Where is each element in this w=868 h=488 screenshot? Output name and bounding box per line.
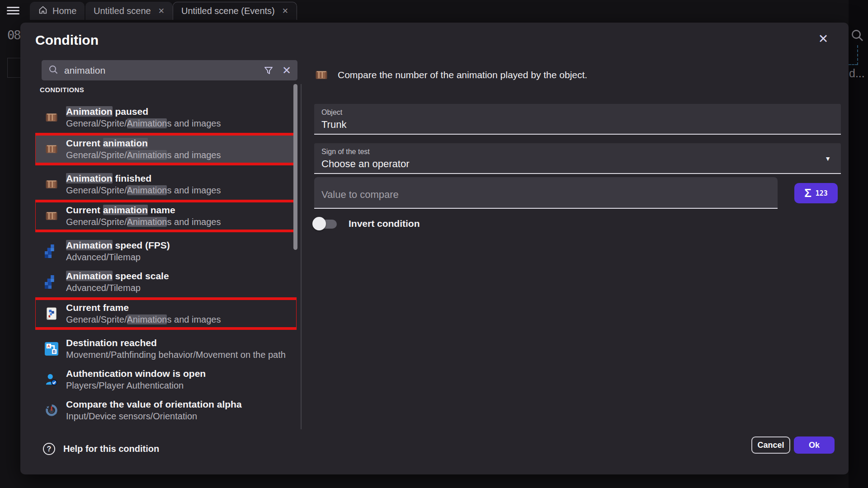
dialog-title: Condition [35,33,99,48]
clear-search-icon[interactable]: ✕ [282,64,291,77]
tilemap-icon [44,244,59,258]
tab-label: Untitled scene [94,6,151,16]
sprite-animation-icon [44,209,59,223]
condition-item-path: General/Sprite/Animations and images [66,117,221,130]
condition-item-text: Animation pausedGeneral/Sprite/Animation… [66,105,221,130]
tab-label: Home [52,6,76,16]
player-auth-icon [44,372,59,387]
value-placeholder: Value to compare [321,189,399,201]
search-icon[interactable] [850,28,864,44]
condition-item-title: Current frame [66,301,221,314]
condition-item-title: Animation finished [66,172,221,184]
close-tab-icon[interactable]: ✕ [158,6,165,16]
condition-item-path: General/Sprite/Animations and images [66,184,221,197]
list-scrollbar[interactable] [293,84,297,250]
invert-toggle[interactable] [313,216,337,231]
right-edge-strip: d... [849,0,868,488]
condition-item-title: Destination reached [66,337,286,349]
condition-item-path: General/Sprite/Animations and images [66,314,221,326]
condition-item-path: General/Sprite/Animations and images [66,149,221,161]
sigma-icon: Σ [804,186,811,200]
condition-item[interactable]: Current animationGeneral/Sprite/Animatio… [35,135,297,163]
condition-item[interactable]: Compare the value of orientation alphaIn… [35,396,297,424]
condition-item[interactable]: Authentication window is openPlayers/Pla… [35,366,297,394]
tab-bar: Home Untitled scene ✕ Untitled scene (Ev… [0,0,868,20]
condition-item-title: Animation speed (FPS) [66,239,170,251]
menu-icon[interactable] [7,7,19,15]
selection-dash-vertical [857,45,858,65]
condition-item[interactable]: Current frameGeneral/Sprite/Animations a… [35,300,297,328]
invert-condition-label: Invert condition [349,218,420,229]
dialog-close-icon[interactable]: ✕ [815,31,831,47]
condition-item-path: Movement/Pathfinding behavior/Movement o… [66,349,286,361]
truncated-text: d... [849,67,865,80]
orientation-icon [44,403,59,418]
condition-item[interactable]: Current animation nameGeneral/Sprite/Ani… [35,202,297,230]
condition-item-text: Animation finishedGeneral/Sprite/Animati… [66,172,221,197]
condition-item-text: Current animation nameGeneral/Sprite/Ani… [66,204,221,228]
condition-description: Compare the number of the animation play… [338,70,587,80]
sprite-animation-icon [44,177,59,192]
magnifier-icon [48,64,59,77]
help-link[interactable]: ? Help for this condition [43,443,159,455]
condition-item-path: Advanced/Tilemap [66,282,169,294]
objects-panel-icon: 08 [7,28,20,42]
condition-dialog: Condition ✕ animation ✕ CONDITIONS Anima… [20,23,849,474]
condition-item[interactable]: Animation speed scaleAdvanced/Tilemap [35,268,297,296]
sprite-animation-icon [44,142,59,156]
toggle-thumb [312,217,326,230]
selection-dash-horizontal [849,64,858,65]
sprite-animation-icon [314,68,329,82]
condition-item-path: Input/Device sensors/Orientation [66,410,242,422]
close-tab-icon[interactable]: ✕ [282,6,288,16]
condition-item[interactable]: Animation pausedGeneral/Sprite/Animation… [35,103,297,131]
expression-editor-button[interactable]: Σ 123 [794,183,838,203]
tab-untitled-scene[interactable]: Untitled scene ✕ [85,2,173,20]
condition-item[interactable]: Animation finishedGeneral/Sprite/Animati… [35,170,297,198]
ok-button[interactable]: Ok [794,436,835,454]
help-label: Help for this condition [63,444,159,454]
condition-rows: Animation pausedGeneral/Sprite/Animation… [35,103,297,424]
condition-description-row: Compare the number of the animation play… [314,68,587,82]
condition-item-title: Authentication window is open [66,367,206,380]
search-input[interactable]: animation ✕ [42,60,297,80]
object-field-value: Trunk [321,119,834,131]
condition-item-path: General/Sprite/Animations and images [66,216,221,228]
pathfinding-icon: AB [44,342,59,356]
section-header: CONDITIONS [40,86,297,94]
svg-text:B: B [53,349,56,354]
invert-condition-row[interactable]: Invert condition [313,216,420,231]
search-value: animation [64,65,258,76]
operator-value: Choose an operator [321,158,834,170]
operator-label: Sign of the test [321,148,834,156]
chevron-down-icon: ▼ [825,155,831,162]
tilemap-icon [44,275,59,289]
condition-item-path: Players/Player Authentication [66,380,206,392]
help-icon: ? [43,443,55,455]
condition-item-path: Advanced/Tilemap [66,251,170,263]
condition-item[interactable]: ABDestination reachedMovement/Pathfindin… [35,335,297,363]
condition-item-text: Current frameGeneral/Sprite/Animations a… [66,301,221,326]
operator-select[interactable]: Sign of the test Choose an operator ▼ [314,143,841,174]
frame-icon [44,306,59,321]
condition-item-text: Animation speed (FPS)Advanced/Tilemap [66,239,170,263]
condition-list: CONDITIONS Animation pausedGeneral/Sprit… [35,84,297,428]
condition-item-text: Compare the value of orientation alphaIn… [66,398,242,422]
condition-item-text: Current animationGeneral/Sprite/Animatio… [66,137,221,161]
condition-item-title: Compare the value of orientation alpha [66,398,242,410]
tab-label: Untitled scene (Events) [181,6,275,16]
tab-home[interactable]: Home [30,2,85,20]
cancel-button[interactable]: Cancel [751,436,790,454]
object-field[interactable]: Object Trunk [314,104,841,135]
condition-item-title: Animation paused [66,105,221,117]
sprite-animation-icon [44,110,59,125]
condition-item-title: Current animation name [66,204,221,216]
condition-item[interactable]: Animation speed (FPS)Advanced/Tilemap [35,237,297,265]
tab-untitled-scene-events[interactable]: Untitled scene (Events) ✕ [173,2,297,20]
value-to-compare-input[interactable]: Value to compare [314,177,778,209]
condition-item-text: Animation speed scaleAdvanced/Tilemap [66,270,169,294]
panel-divider [301,84,302,429]
condition-item-title: Animation speed scale [66,270,169,282]
expression-123-label: 123 [816,189,828,197]
filter-icon[interactable] [263,65,274,76]
